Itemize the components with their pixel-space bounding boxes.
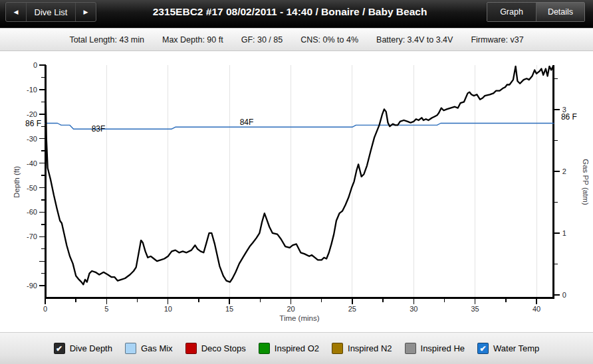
legend-item-inspired-n2[interactable]: Inspired N2 <box>332 343 392 354</box>
tick-label: 25 <box>348 305 356 313</box>
gradient-factor-stat: GF: 30 / 85 <box>241 35 283 45</box>
legend-item-label: Gas Mix <box>141 343 173 353</box>
tick-label: 40 <box>533 305 540 313</box>
cns-stat: CNS: 0% to 4% <box>300 35 358 45</box>
tick-label: -50 <box>27 184 37 192</box>
tick-label: 10 <box>164 305 172 313</box>
inspired-o2-swatch <box>259 343 270 354</box>
tick-label: -30 <box>27 135 37 143</box>
legend-item-gas-mix[interactable]: Gas Mix <box>125 343 173 354</box>
tick-label: -90 <box>27 282 37 290</box>
inspired-he-swatch <box>405 343 416 354</box>
tick-label: 5 <box>104 305 108 313</box>
temp-annotation: 83F <box>92 124 106 134</box>
chart-legend: ✔Dive DepthGas MixDeco StopsInspired O2I… <box>0 332 593 364</box>
tick-label: 30 <box>410 305 417 313</box>
legend-item-label: Dive Depth <box>70 343 112 353</box>
legend-item-label: Inspired He <box>421 343 465 353</box>
chart-canvas: 0-10-20-30-40-50-60-70-90051015202530354… <box>0 51 593 332</box>
tick-label: -10 <box>27 86 37 94</box>
total-length-stat: Total Length: 43 min <box>69 35 144 45</box>
tick-label: -70 <box>27 232 37 240</box>
max-depth-stat: Max Depth: 90 ft <box>162 35 223 45</box>
tick-label: 2 <box>562 167 566 175</box>
dive-depth-checkbox: ✔ <box>54 343 65 354</box>
gas-mix-swatch <box>125 343 136 354</box>
check-icon: ✔ <box>479 345 486 353</box>
dive-log-app: ◀ Dive List ▶ 2315EBC2 #17 08/02/2011 - … <box>0 0 593 364</box>
tick-label: 1 <box>562 229 566 237</box>
arrow-right-icon: ▶ <box>84 9 88 15</box>
dive-profile-chart: 0-10-20-30-40-50-60-70-90051015202530354… <box>0 51 593 332</box>
tick-label: 35 <box>471 305 479 313</box>
graph-tab[interactable]: Graph <box>487 3 536 21</box>
dive-list-control: ◀ Dive List ▶ <box>5 2 96 22</box>
legend-item-dive-depth[interactable]: ✔Dive Depth <box>54 343 112 354</box>
dive-title: 2315EBC2 #17 08/02/2011 - 14:40 / Bonair… <box>100 0 480 24</box>
view-switcher: Graph Details <box>487 2 585 22</box>
legend-item-inspired-o2[interactable]: Inspired O2 <box>259 343 319 354</box>
battery-stat: Battery: 3.4V to 3.4V <box>376 35 453 45</box>
legend-item-water-temp[interactable]: ✔Water Temp <box>477 343 539 354</box>
x-axis-title: Time (mins) <box>279 314 319 322</box>
next-dive-button[interactable]: ▶ <box>75 3 96 21</box>
legend-item-label: Inspired O2 <box>275 343 319 353</box>
arrow-left-icon: ◀ <box>14 9 19 15</box>
legend-item-inspired-he[interactable]: Inspired He <box>405 343 465 354</box>
dive-summary-bar: Total Length: 43 min Max Depth: 90 ft GF… <box>0 28 593 51</box>
check-icon: ✔ <box>56 345 62 353</box>
tick-label: -20 <box>27 110 37 118</box>
left-axis-title: Depth (ft) <box>13 166 21 198</box>
previous-dive-button[interactable]: ◀ <box>6 3 27 21</box>
tick-label: 0 <box>43 305 47 313</box>
right-axis-title: Gas PP (atm) <box>582 159 590 205</box>
tick-label: -60 <box>27 208 37 216</box>
tick-label: 0 <box>33 61 37 69</box>
tick-label: -40 <box>27 159 37 167</box>
tick-label: 0 <box>562 291 566 299</box>
water-temp-checkbox: ✔ <box>477 343 489 354</box>
dive-list-button[interactable]: Dive List <box>27 3 75 21</box>
details-tab[interactable]: Details <box>536 3 584 21</box>
temp-annotation: 84F <box>240 118 254 127</box>
deco-stops-swatch <box>185 343 197 354</box>
header: ◀ Dive List ▶ 2315EBC2 #17 08/02/2011 - … <box>0 0 593 28</box>
legend-item-label: Water Temp <box>493 343 539 353</box>
tick-label: 15 <box>225 305 233 313</box>
legend-item-deco-stops[interactable]: Deco Stops <box>185 343 246 354</box>
inspired-n2-swatch <box>332 343 343 354</box>
tick-label: 20 <box>287 305 295 313</box>
dive-depth-series-line <box>45 65 553 284</box>
legend-item-label: Deco Stops <box>201 343 246 353</box>
temp-annotation: 86 F <box>25 119 41 128</box>
firmware-stat: Firmware: v37 <box>471 35 523 45</box>
temp-annotation: 86 F <box>561 112 577 122</box>
water-temp-series-line <box>45 124 554 130</box>
legend-item-label: Inspired N2 <box>348 343 392 353</box>
